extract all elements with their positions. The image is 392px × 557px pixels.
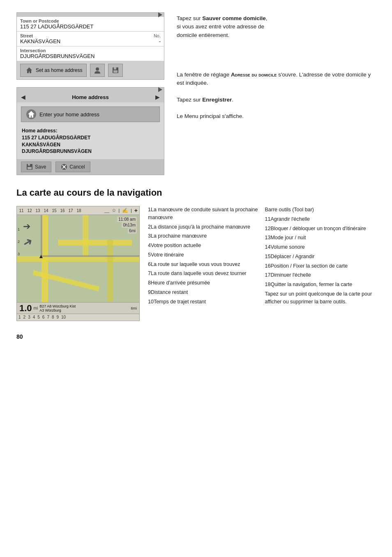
description-lists: 1La manœuvre de conduite suivant la proc… [148, 206, 376, 321]
item-5-num: 5 [148, 252, 151, 258]
item-9: 9Distance restant [148, 289, 259, 296]
item-14: 14Volume sonore [265, 243, 376, 251]
page: Town or Postcode 115 27 LADUGÅRDSGÄRDET … [0, 0, 392, 557]
svg-rect-14 [17, 256, 139, 262]
prev-arrow[interactable]: ◀ [21, 94, 25, 100]
floppy-icon [111, 66, 120, 75]
enter-home-icon [26, 109, 36, 119]
top-section: Town or Postcode 115 27 LADUGÅRDSGÄRDET … [16, 12, 376, 175]
cancel-button[interactable]: Cancel [55, 162, 90, 172]
desc2-bold: Enregistrer [202, 97, 232, 103]
panel-arrow-btn[interactable] [158, 12, 162, 17]
item-17-text: Diminuer l'échelle [270, 272, 311, 278]
item-14-num: 14 [265, 244, 271, 250]
item-15-num: 15 [265, 254, 271, 259]
desc1-text: Tapez sur Sauver comme domicile,si vous … [177, 14, 376, 39]
section-heading: La carte au cours de la navigation [16, 187, 376, 198]
bottom-num-10: 10 [61, 315, 66, 319]
next-arrow[interactable]: ▶ [155, 94, 160, 100]
home-icon [25, 66, 34, 75]
toolbar-icon-dividers: ⎯⎯ [104, 208, 109, 213]
home-address-label: Home address: [22, 127, 159, 134]
bottom-num-6: 6 [42, 315, 45, 319]
item-toolbar-label: Barre outils (Tool bar) [265, 206, 376, 214]
desc1-before: Tapez sur [177, 15, 202, 21]
map-turn-arrow: ➔ [23, 221, 30, 232]
home-title: Home address [72, 94, 109, 100]
bottom-num-3: 3 [28, 315, 30, 319]
cancel-label: Cancel [69, 164, 85, 170]
map-body: ➔ ➜ ▲ 11:08 am 0h13m 6mi 1 2 3 1.0 [17, 215, 139, 314]
map-dist1: 0h13m [122, 222, 137, 228]
toolbar-num-12: 12 [27, 208, 32, 213]
panel2-arrow-btn[interactable] [158, 87, 162, 92]
item-16-num: 16 [265, 263, 271, 269]
item-12-text: Bloquer / débloquer un tronçon d'itinéra… [270, 226, 366, 231]
set-home-button[interactable]: Set as home address [20, 64, 87, 77]
map-toolbar: 11 12 13 14 15 16 17 18 ⎯⎯ ☆ | ✍ | + [17, 206, 139, 215]
item-5: 5Votre itinéraire [148, 251, 259, 259]
road2: A3 Würzburg [39, 308, 129, 312]
item-3-num: 3 [148, 233, 151, 239]
panel-top-bar [17, 13, 164, 17]
toolbar-num-14: 14 [43, 208, 49, 213]
map-dist2: 6mi [128, 228, 137, 233]
item-2-num: 2 [148, 224, 151, 230]
page-number: 80 [16, 333, 376, 340]
map-left-num2: 2 [18, 240, 20, 244]
item-1-text: La manœuvre de conduite suivant la proch… [148, 207, 258, 220]
address-form-panel: Town or Postcode 115 27 LADUGÅRDSGÄRDET … [16, 12, 164, 80]
toolbar-icon-sep: | [119, 208, 120, 213]
item-6: 6La route sur laquelle vous vous trouvez [148, 261, 259, 268]
item-4-text: Votre position actuelle [151, 243, 201, 248]
save-button[interactable]: Save [21, 162, 51, 172]
toolbar-icon-star: ☆ [112, 208, 116, 213]
svg-rect-4 [113, 70, 118, 73]
bottom-num-5: 5 [37, 315, 40, 319]
street-label: Street [20, 33, 150, 38]
item-10-num: 10 [148, 299, 154, 305]
item-7-num: 7 [148, 270, 151, 276]
toolbar-icon-hand: ✍ [122, 208, 128, 213]
item-7-text: La route dans laquelle vous devez tourne… [151, 270, 247, 276]
svg-point-1 [96, 67, 99, 71]
person-button[interactable] [90, 64, 105, 77]
item-14-text: Volume sonore [270, 244, 304, 250]
town-value: 115 27 LADUGÅRDSGÄRDET [20, 23, 161, 30]
toolbar-icon-plus: + [134, 207, 138, 214]
intersection-label: Intersection [20, 48, 161, 53]
bottom-num-7: 7 [47, 315, 49, 319]
item-13: 13Mode jour / nuit [265, 234, 376, 242]
bottom-num-1: 1 [18, 315, 21, 319]
street-value-row: KAKNÄSVÄGEN - [20, 38, 161, 44]
item-6-num: 6 [148, 261, 151, 267]
svg-rect-8 [28, 167, 32, 169]
bottom-num-9: 9 [57, 315, 59, 319]
nav-section: 11 12 13 14 15 16 17 18 ⎯⎯ ☆ | ✍ | + [16, 206, 376, 321]
map-time: 11:08 am [117, 217, 137, 222]
set-home-label: Set as home address [36, 67, 82, 73]
enter-home-button[interactable]: Enter your home address [21, 106, 160, 122]
no-value: - [159, 38, 161, 44]
floppy-button[interactable] [108, 64, 123, 77]
town-label: Town or Postcode [20, 18, 161, 23]
item-16: 16Position / Fixer la section de carte [265, 262, 376, 270]
svg-marker-0 [26, 67, 32, 73]
home-address-line3: DJURGÅRDSBRUNNSVÄGEN [22, 148, 159, 155]
item-tapez-text: Tapez sur un point quelconque de la cart… [265, 291, 372, 305]
item-13-num: 13 [265, 235, 271, 240]
scale-value: 1.0 [19, 303, 32, 314]
item-6-text: La route sur laquelle vous vous trouvez [151, 261, 240, 267]
map-scale-bar: 1.0 mi B27 A8 Würzburg Kist A3 Würzburg … [17, 302, 139, 314]
item-11-text: Agrandir l'échelle [270, 216, 310, 222]
map-roads-svg [17, 215, 139, 302]
item-2-text: La distance jusqu'à la prochaine manœuvr… [151, 224, 250, 230]
desc2-text: La fenêtre de réglage Adresse du domicil… [177, 71, 376, 121]
item-18: 18Quitter la navigation, fermer la carte [265, 281, 376, 289]
desc2-smallcaps: Adresse du domicile [231, 72, 277, 78]
enter-home-text: Enter your home address [39, 111, 99, 118]
desc1-bold: Sauver comme domicile [202, 15, 266, 21]
map-bottom-nums: 1 2 3 4 5 6 7 8 9 10 [17, 314, 139, 320]
map-car-icon: ▲ [38, 253, 44, 259]
town-row: Town or Postcode 115 27 LADUGÅRDSGÄRDET [17, 17, 164, 32]
